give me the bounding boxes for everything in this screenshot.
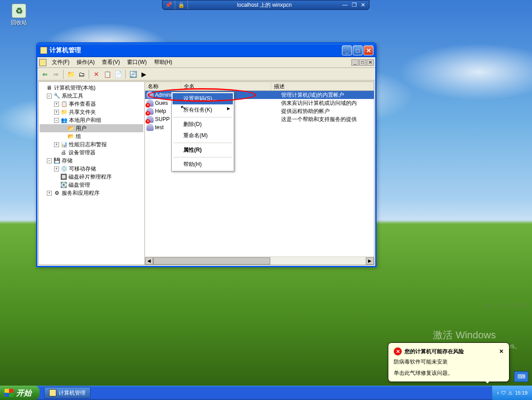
remote-close-button[interactable]: ✕ [359, 1, 367, 9]
menu-action[interactable]: 操作(A) [73, 57, 98, 67]
tree-disk-mgmt[interactable]: 💽磁盘管理 [40, 181, 143, 189]
windows-flag-icon [5, 389, 14, 397]
menu-rename[interactable]: 重命名(M) [173, 130, 233, 141]
menu-properties[interactable]: 属性(R) [173, 144, 233, 156]
scroll-thumb[interactable] [153, 257, 270, 265]
balloon-line2: 单击此气球修复该问题。 [394, 369, 504, 377]
users-list: 名称 全名 描述 Administr管理计算机(域)的内置帐户 Gues供来宾访… [145, 82, 374, 265]
show-hide-tree-button[interactable]: 🗂 [77, 69, 86, 79]
menu-help[interactable]: 帮助(H) [173, 159, 233, 170]
minimize-button[interactable]: _ [342, 45, 352, 55]
remote-connection-bar: 📌 🔒 localhost 上的 winxpcn — ❐ ✕ [162, 0, 369, 10]
properties-toolbar-button[interactable]: 📋 [102, 69, 112, 79]
task-icon [49, 389, 56, 396]
help-toolbar-button[interactable]: ▶ [139, 69, 149, 79]
horizontal-scrollbar[interactable]: ◀ ▶ [145, 256, 374, 265]
remote-restore-button[interactable]: ❐ [350, 1, 358, 9]
menu-all-tasks[interactable]: 所有任务(K) [173, 104, 233, 116]
recycle-bin-label: 回收站 [8, 19, 30, 27]
list-header: 名称 全名 描述 [145, 82, 374, 91]
menu-help[interactable]: 帮助(H) [150, 57, 176, 67]
remote-title: localhost 上的 winxpcn [188, 1, 341, 9]
window-titlebar[interactable]: 计算机管理 _ □ ✕ [37, 44, 375, 57]
tree-defrag[interactable]: 🔲磁盘碎片整理程序 [40, 173, 143, 181]
tray-warning-icon[interactable]: ⚠ [508, 390, 513, 396]
delete-toolbar-button[interactable]: ✕ [91, 69, 101, 79]
remote-minimize-button[interactable]: — [341, 1, 349, 9]
tree-event-viewer[interactable]: +📋事件查看器 [40, 100, 143, 108]
app-icon [39, 59, 46, 66]
tree-users[interactable]: 📂用户 [40, 124, 143, 132]
window-title: 计算机管理 [50, 46, 342, 54]
taskbar: 开始 计算机管理 ‹ 🛡 ⚠ 15:19 [0, 386, 532, 400]
recycle-bin-icon[interactable]: ♻ 回收站 [8, 4, 30, 27]
navigation-tree[interactable]: 🖥计算机管理(本地) −🔧系统工具 +📋事件查看器 +📁共享文件夹 −👥本地用户… [39, 82, 145, 265]
taskbar-computer-management[interactable]: 计算机管理 [44, 387, 91, 399]
scroll-left-button[interactable]: ◀ [145, 257, 153, 265]
balloon-line1: 防病毒软件可能未安装 [394, 358, 504, 366]
system-tray[interactable]: ‹ 🛡 ⚠ 15:19 [492, 386, 532, 400]
taskbar-clock[interactable]: 15:19 [515, 390, 527, 396]
menu-file[interactable]: 文件(F) [48, 57, 73, 67]
tree-services-apps[interactable]: +⚙服务和应用程序 [40, 189, 143, 197]
col-fullname[interactable]: 全名 [181, 82, 271, 90]
back-button[interactable]: ⇐ [40, 69, 50, 79]
window-icon [40, 47, 47, 54]
col-name[interactable]: 名称 [145, 82, 181, 90]
balloon-close-button[interactable]: ✕ [499, 348, 504, 355]
tree-local-users[interactable]: −👥本地用户和组 [40, 116, 143, 124]
security-balloon[interactable]: ✕ 您的计算机可能存在风险 ✕ 防病毒软件可能未安装 单击此气球修复该问题。 [388, 342, 509, 382]
menu-set-password[interactable]: 设置密码(S)... [173, 93, 233, 104]
start-button[interactable]: 开始 [0, 386, 40, 400]
shield-warning-icon: ✕ [394, 347, 402, 355]
menu-delete[interactable]: 删除(D) [173, 119, 233, 130]
tree-removable[interactable]: +💿可移动存储 [40, 165, 143, 173]
scroll-right-button[interactable]: ▶ [366, 257, 374, 265]
menu-view[interactable]: 查看(V) [98, 57, 123, 67]
lock-icon[interactable]: 🔒 [175, 0, 188, 9]
balloon-title: 您的计算机可能存在风险 [405, 348, 464, 355]
tree-shared-folders[interactable]: +📁共享文件夹 [40, 108, 143, 116]
export-list-button[interactable]: 📄 [113, 69, 123, 79]
tree-perf-logs[interactable]: +📊性能日志和警报 [40, 140, 143, 148]
toolbar: ⇐ ⇒ 📁 🗂 ✕ 📋 📄 🔄 ▶ [37, 68, 375, 81]
doc-close-button[interactable]: ✕ [367, 59, 374, 66]
refresh-button[interactable]: 🔄 [128, 69, 138, 79]
doc-minimize-button[interactable]: _ [351, 59, 359, 66]
forward-button[interactable]: ⇒ [51, 69, 61, 79]
menubar: 文件(F) 操作(A) 查看(V) 窗口(W) 帮助(H) _ □ ✕ [37, 57, 375, 68]
maximize-button[interactable]: □ [353, 45, 363, 55]
pin-icon[interactable]: 📌 [163, 0, 175, 9]
tree-system-tools[interactable]: −🔧系统工具 [40, 92, 143, 100]
computer-management-window: 计算机管理 _ □ ✕ 文件(F) 操作(A) 查看(V) 窗口(W) 帮助(H… [36, 42, 377, 267]
tray-expand-icon[interactable]: ‹ [497, 390, 499, 396]
up-folder-button[interactable]: 📁 [66, 69, 76, 79]
col-desc[interactable]: 描述 [271, 82, 374, 90]
doc-restore-button[interactable]: □ [359, 59, 366, 66]
close-button[interactable]: ✕ [364, 45, 373, 55]
menu-window[interactable]: 窗口(W) [123, 57, 150, 67]
language-indicator[interactable]: ⌨ [514, 371, 528, 382]
tree-groups[interactable]: 📂组 [40, 132, 143, 140]
tray-shield-icon[interactable]: 🛡 [501, 390, 506, 396]
tree-device-manager[interactable]: 🖨设备管理器 [40, 148, 143, 157]
tree-storage[interactable]: −💾存储 [40, 157, 143, 165]
user-context-menu: 设置密码(S)... 所有任务(K) 删除(D) 重命名(M) 属性(R) 帮助… [171, 92, 234, 171]
tree-root[interactable]: 🖥计算机管理(本地) [40, 84, 143, 92]
blog-watermark: @51CTO博客 [484, 302, 527, 310]
